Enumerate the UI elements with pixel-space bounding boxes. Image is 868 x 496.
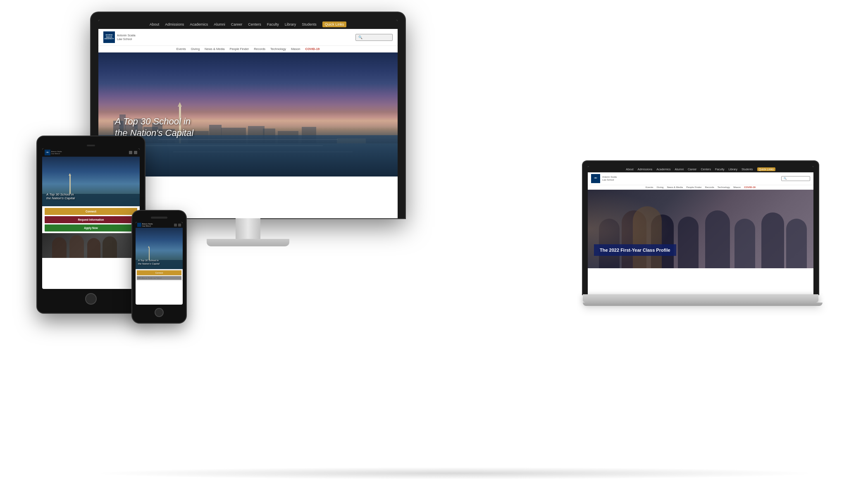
- tablet-home-button[interactable]: [85, 293, 97, 305]
- laptop-nav-library[interactable]: Library: [728, 168, 737, 171]
- tablet-person-1: [52, 237, 67, 258]
- nav-quicklinks[interactable]: Quick Links: [322, 21, 347, 27]
- nav-people-finder[interactable]: People Finder: [229, 47, 249, 51]
- nav-academics[interactable]: Academics: [190, 22, 208, 26]
- phone-btn-connect[interactable]: Connect: [137, 270, 181, 275]
- tablet-hero-text: A Top 30 School in the Nation's Capital: [46, 193, 75, 200]
- monitor-stand-neck: [236, 218, 260, 239]
- phone-nav: Antonin ScaliaLaw School: [136, 222, 183, 228]
- laptop-nav-students[interactable]: Students: [742, 168, 753, 171]
- tablet-connect-btn[interactable]: Connect: [45, 208, 137, 215]
- laptop-nav-alumni[interactable]: Alumni: [675, 168, 684, 171]
- laptop-nav-faculty[interactable]: Faculty: [715, 168, 725, 171]
- nav-centers[interactable]: Centers: [248, 22, 261, 26]
- phone-screen: Antonin ScaliaLaw School: [136, 222, 183, 305]
- tablet-person-3: [87, 238, 100, 258]
- tablet-search-icon[interactable]: [129, 151, 132, 154]
- nav-admissions[interactable]: Admissions: [165, 22, 184, 26]
- phone-text-content: GMU Antonin Scalia Law School: [137, 276, 181, 280]
- nav-about[interactable]: About: [150, 22, 160, 26]
- phone-frame: Antonin ScaliaLaw School: [132, 211, 186, 323]
- laptop-nav-news[interactable]: News & Media: [667, 186, 683, 188]
- tablet-hero: A Top 30 School in the Nation's Capital: [42, 157, 140, 206]
- nav-alumni[interactable]: Alumni: [214, 22, 225, 26]
- tablet-apply-btn[interactable]: Apply Now: [45, 224, 137, 231]
- nav-records[interactable]: Records: [254, 47, 265, 51]
- laptop-nav-centers[interactable]: Centers: [701, 168, 711, 171]
- laptop-screen-area: About Admissions Academics Alumni Career…: [583, 161, 818, 294]
- phone-action-icons: [174, 224, 181, 227]
- nav-news[interactable]: News & Media: [205, 47, 224, 51]
- tablet-frame: GMU Antonin ScaliaLaw School: [37, 136, 145, 313]
- monitor-stand-base: [207, 239, 289, 246]
- laptop-hero: The 2022 First-Year Class Profile: [588, 190, 813, 268]
- monitor-nav-top: About Admissions Academics Alumni Career…: [98, 20, 398, 29]
- main-scene: About Admissions Academics Alumni Career…: [0, 0, 868, 496]
- tablet-logo-mark: GMU: [45, 150, 50, 155]
- nav-covid[interactable]: COVID-19: [305, 47, 320, 51]
- laptop-nav-records[interactable]: Records: [705, 186, 714, 188]
- phone-search-icon[interactable]: [174, 224, 177, 227]
- tablet-action-icons: [129, 151, 137, 154]
- laptop-nav-technology[interactable]: Technology: [718, 186, 730, 188]
- phone-logo-text: Antonin ScaliaLaw School: [142, 223, 153, 227]
- nav-library[interactable]: Library: [285, 22, 296, 26]
- tablet-device: GMU Antonin ScaliaLaw School: [37, 136, 145, 313]
- monitor-header: GEORGEMASONUNIVERSITY Antonin Scalia Law…: [98, 29, 398, 46]
- nav-mason[interactable]: Mason: [291, 47, 300, 51]
- tablet-screen: GMU Antonin ScaliaLaw School: [42, 148, 140, 289]
- tablet-request-btn[interactable]: Request Information: [45, 216, 137, 223]
- laptop-base-bottom: [583, 303, 823, 306]
- logo-text: Antonin Scalia Law School: [117, 33, 136, 41]
- hero-headline: A Top 30 School in the Nation's Capital: [115, 116, 193, 139]
- phone-menu-icon[interactable]: [178, 224, 181, 227]
- tablet-menu-icon[interactable]: [134, 151, 137, 154]
- nav-students[interactable]: Students: [302, 22, 317, 26]
- laptop-nav-about[interactable]: About: [626, 168, 633, 171]
- nav-technology[interactable]: Technology: [270, 47, 286, 51]
- laptop-logo-text: Antonin Scalia Law School: [602, 176, 617, 181]
- logo-mark: GEORGEMASONUNIVERSITY: [103, 31, 115, 43]
- phone-monument: [149, 248, 150, 260]
- laptop-nav-top: About Admissions Academics Alumni Career…: [588, 166, 813, 172]
- phone-content: Connect GMU Antonin Scalia Law School: [136, 269, 183, 281]
- laptop-nav-secondary: Events Giving News & Media People Finder…: [588, 185, 813, 190]
- laptop-nav-covid[interactable]: COVID-19: [744, 186, 756, 188]
- laptop-nav-giving[interactable]: Giving: [656, 186, 663, 188]
- laptop-logo: GMU Antonin Scalia Law School: [591, 174, 617, 183]
- tablet-photo: [42, 233, 140, 258]
- nav-faculty[interactable]: Faculty: [267, 22, 279, 26]
- tablet-monument: [69, 175, 71, 194]
- nav-events[interactable]: Events: [176, 47, 186, 51]
- tablet-top-speaker: [87, 145, 95, 146]
- nav-career[interactable]: Career: [231, 22, 243, 26]
- nav-giving[interactable]: Giving: [191, 47, 200, 51]
- monitor-logo: GEORGEMASONUNIVERSITY Antonin Scalia Law…: [103, 31, 136, 43]
- laptop-nav-quicklinks[interactable]: Quick Links: [757, 167, 775, 171]
- tablet-logo: GMU Antonin ScaliaLaw School: [45, 150, 62, 155]
- tablet-person-4: [103, 236, 117, 258]
- phone-logo-mark: [137, 223, 141, 227]
- laptop-base: [583, 294, 818, 303]
- monitor-nav-secondary: Events Giving News & Media People Finder…: [98, 46, 398, 52]
- laptop-nav-academics[interactable]: Academics: [656, 168, 670, 171]
- laptop-header: GMU Antonin Scalia Law School: [588, 172, 813, 185]
- laptop-nav-career[interactable]: Career: [688, 168, 696, 171]
- phone-device: Antonin ScaliaLaw School: [132, 211, 186, 323]
- tablet-cta-buttons: Connect Request Information Apply Now: [42, 206, 140, 233]
- phone-home-button[interactable]: [155, 308, 164, 317]
- scene-shadow: [91, 467, 818, 479]
- phone-logo: Antonin ScaliaLaw School: [137, 223, 153, 227]
- laptop-nav-events[interactable]: Events: [646, 186, 653, 188]
- laptop-nav-people[interactable]: People Finder: [686, 186, 701, 188]
- phone-hero-text: A Top 30 School in the Nation's Capital: [138, 259, 160, 266]
- laptop-hero-text: The 2022 First-Year Class Profile: [594, 244, 676, 256]
- laptop-device: About Admissions Academics Alumni Career…: [583, 161, 818, 306]
- laptop-nav-mason[interactable]: Mason: [733, 186, 741, 188]
- phone-speaker: [151, 217, 167, 219]
- laptop-nav-admissions[interactable]: Admissions: [638, 168, 653, 171]
- phone-hero: A Top 30 School in the Nation's Capital: [136, 228, 183, 269]
- tablet-nav: GMU Antonin ScaliaLaw School: [42, 148, 140, 157]
- search-input[interactable]: [355, 34, 393, 41]
- laptop-search-input[interactable]: [781, 176, 810, 181]
